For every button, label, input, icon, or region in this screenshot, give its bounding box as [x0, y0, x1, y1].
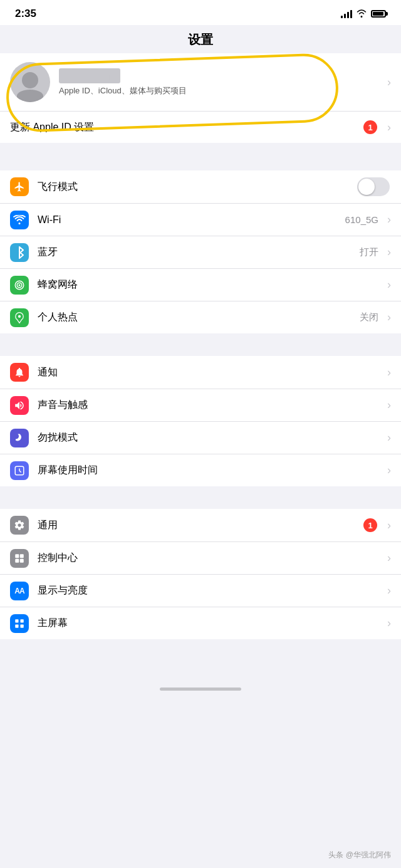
- account-info: ████ 」 Apple ID、iCloud、媒体与购买项目: [59, 68, 382, 97]
- svg-rect-6: [20, 554, 24, 558]
- account-chevron: ›: [387, 76, 391, 89]
- display-chevron: ›: [387, 584, 391, 597]
- status-icons: [341, 9, 386, 19]
- bluetooth-chevron: ›: [387, 246, 391, 259]
- svg-rect-7: [15, 558, 19, 562]
- battery-icon: [371, 10, 386, 18]
- svg-point-3: [18, 315, 21, 317]
- airplane-icon: [10, 177, 29, 196]
- svg-rect-11: [15, 624, 18, 627]
- display-label: 显示与亮度: [38, 584, 382, 597]
- wifi-label: Wi-Fi: [38, 214, 345, 226]
- sounds-label: 声音与触感: [38, 399, 382, 412]
- svg-rect-10: [21, 619, 24, 622]
- avatar: [10, 62, 50, 102]
- screentime-chevron: ›: [387, 464, 391, 477]
- account-subtitle: Apple ID、iCloud、媒体与购买项目: [59, 85, 382, 97]
- svg-rect-5: [15, 554, 19, 558]
- dnd-chevron: ›: [387, 431, 391, 444]
- wifi-row[interactable]: Wi-Fi 610_5G ›: [0, 203, 401, 236]
- control-center-icon: [10, 549, 29, 568]
- bluetooth-value: 打开: [360, 246, 378, 258]
- airplane-row[interactable]: 飞行模式: [0, 170, 401, 203]
- page-title: 设置: [0, 31, 401, 48]
- hotspot-label: 个人热点: [38, 311, 360, 324]
- homescreen-chevron: ›: [387, 617, 391, 630]
- svg-point-2: [19, 284, 21, 286]
- sounds-chevron: ›: [387, 399, 391, 412]
- avatar-head: [22, 72, 38, 88]
- status-time: 2:35: [15, 8, 36, 20]
- account-row[interactable]: ████ 」 Apple ID、iCloud、媒体与购买项目 ›: [0, 53, 401, 111]
- connectivity-section: 飞行模式 Wi-Fi 610_5G › 蓝牙 打开 ›: [0, 170, 401, 333]
- wifi-chevron: ›: [387, 213, 391, 226]
- home-indicator-bar: [0, 677, 401, 696]
- screentime-row[interactable]: 屏幕使用时间 ›: [0, 454, 401, 486]
- dnd-label: 勿扰模式: [38, 431, 382, 444]
- svg-rect-9: [15, 619, 18, 622]
- airplane-toggle[interactable]: [357, 177, 390, 196]
- section-gap-2: [0, 333, 401, 356]
- update-chevron: ›: [387, 121, 391, 134]
- display-icon: AA: [10, 582, 29, 600]
- watermark: 头条 @华强北阿伟: [328, 850, 391, 860]
- status-bar: 2:35: [0, 0, 401, 25]
- sounds-row[interactable]: 声音与触感 ›: [0, 389, 401, 421]
- control-center-label: 控制中心: [38, 552, 382, 565]
- homescreen-label: 主屏幕: [38, 617, 382, 630]
- airplane-toggle-knob: [358, 179, 375, 195]
- account-name: ████ 」: [59, 68, 382, 83]
- homescreen-row[interactable]: 主屏幕 ›: [0, 607, 401, 639]
- account-name-text: ████ 」: [59, 68, 120, 83]
- general-section: 通用 1 › 控制中心 › AA 显示与亮度 › 主屏: [0, 509, 401, 639]
- general-chevron: ›: [387, 519, 391, 532]
- wifi-value: 610_5G: [345, 214, 378, 225]
- hotspot-row[interactable]: 个人热点 关闭 ›: [0, 301, 401, 333]
- general-badge: 1: [363, 518, 377, 532]
- page-title-bar: 设置: [0, 25, 401, 53]
- update-apple-id-label: 更新 Apple ID 设置: [10, 121, 94, 134]
- hotspot-value: 关闭: [360, 311, 378, 323]
- avatar-person: [10, 62, 50, 102]
- notifications-row[interactable]: 通知 ›: [0, 356, 401, 389]
- cellular-icon: [10, 276, 29, 295]
- bluetooth-row[interactable]: 蓝牙 打开 ›: [0, 236, 401, 268]
- general-icon: [10, 516, 29, 535]
- signal-icon: [341, 9, 352, 18]
- dnd-icon: [10, 429, 29, 447]
- screentime-icon: [10, 461, 29, 480]
- display-row[interactable]: AA 显示与亮度 ›: [0, 574, 401, 607]
- bluetooth-icon: [10, 243, 29, 262]
- wifi-icon: [10, 211, 29, 229]
- bottom-padding: [0, 639, 401, 677]
- account-section[interactable]: ████ 」 Apple ID、iCloud、媒体与购买项目 › 更新 Appl…: [0, 53, 401, 143]
- cellular-label: 蜂窝网络: [38, 278, 382, 291]
- section-gap-3: [0, 486, 401, 509]
- airplane-label: 飞行模式: [38, 180, 357, 194]
- wifi-status-icon: [356, 9, 367, 19]
- dnd-row[interactable]: 勿扰模式 ›: [0, 421, 401, 454]
- cellular-chevron: ›: [387, 278, 391, 291]
- section-gap-1: [0, 148, 401, 170]
- notifications-label: 通知: [38, 366, 382, 379]
- general-label: 通用: [38, 519, 363, 532]
- control-center-row[interactable]: 控制中心 ›: [0, 541, 401, 574]
- update-apple-id-right: 1 ›: [363, 120, 391, 134]
- svg-rect-8: [20, 558, 24, 562]
- homescreen-icon: [10, 614, 29, 633]
- update-apple-id-row[interactable]: 更新 Apple ID 设置 1 ›: [0, 111, 401, 143]
- update-badge: 1: [363, 120, 377, 134]
- home-indicator: [160, 688, 241, 691]
- svg-rect-12: [21, 624, 24, 627]
- general-row[interactable]: 通用 1 ›: [0, 509, 401, 541]
- avatar-body: [17, 90, 43, 102]
- notifications-section: 通知 › 声音与触感 › 勿扰模式 › 屏幕使用时间 ›: [0, 356, 401, 486]
- hotspot-icon: [10, 308, 29, 327]
- cellular-row[interactable]: 蜂窝网络 ›: [0, 268, 401, 301]
- notifications-icon: [10, 363, 29, 382]
- sounds-icon: [10, 396, 29, 415]
- notifications-chevron: ›: [387, 366, 391, 379]
- hotspot-chevron: ›: [387, 311, 391, 324]
- bluetooth-label: 蓝牙: [38, 246, 360, 259]
- screentime-label: 屏幕使用时间: [38, 464, 382, 477]
